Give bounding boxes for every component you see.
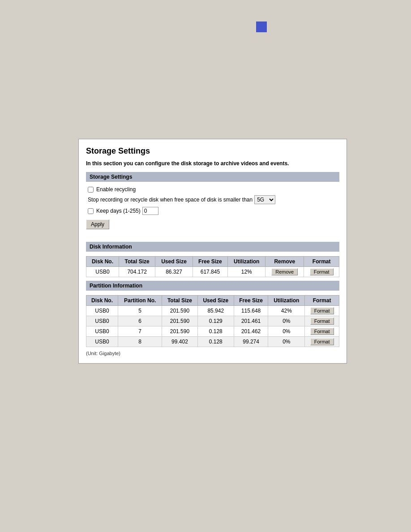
blue-square-indicator <box>256 21 267 32</box>
part-row-disk-no: USB0 <box>86 337 118 347</box>
part-row-free-size: 115.648 <box>234 306 268 316</box>
disk-row-remove-cell: Remove <box>265 267 304 277</box>
partition-format-button[interactable]: Format <box>310 317 334 325</box>
part-col-partition-no: Partition No. <box>118 296 162 306</box>
page-title: Storage Settings <box>86 146 339 156</box>
storage-settings-section: Storage Settings Enable recycling Stop r… <box>86 172 339 235</box>
disk-row-free-size: 617.845 <box>193 267 228 277</box>
disk-col-format: Format <box>304 257 339 267</box>
partition-format-button[interactable]: Format <box>310 338 334 345</box>
part-row-utilization: 42% <box>268 306 305 316</box>
part-row-free-size: 201.462 <box>234 326 268 337</box>
disk-table: Disk No. Total Size Used Size Free Size … <box>86 256 339 277</box>
part-row-free-size: 201.461 <box>234 316 268 326</box>
part-row-partition-no: 6 <box>118 316 162 326</box>
part-row-utilization: 0% <box>268 337 305 347</box>
part-row-partition-no: 7 <box>118 326 162 337</box>
part-row-disk-no: USB0 <box>86 326 118 337</box>
apply-button[interactable]: Apply <box>86 219 109 229</box>
part-row-partition-no: 8 <box>118 337 162 347</box>
partition-table-row: USB0 6 201.590 0.129 201.461 0% Format <box>86 316 339 326</box>
partition-table: Disk No. Partition No. Total Size Used S… <box>86 295 339 347</box>
keep-days-row: Keep days (1-255) <box>86 207 339 215</box>
page-description: In this section you can configure the di… <box>86 160 339 167</box>
part-row-total-size: 201.590 <box>162 316 197 326</box>
disk-row-total-size: 704.172 <box>119 267 155 277</box>
part-row-format-cell: Format <box>305 337 339 347</box>
part-col-total-size: Total Size <box>162 296 197 306</box>
part-col-disk-no: Disk No. <box>86 296 118 306</box>
part-row-used-size: 85.942 <box>197 306 234 316</box>
disk-row-used-size: 86.327 <box>155 267 193 277</box>
disk-col-utilization: Utilization <box>228 257 265 267</box>
part-row-used-size: 0.129 <box>197 316 234 326</box>
part-row-utilization: 0% <box>268 326 305 337</box>
keep-days-label: Keep days (1-255) <box>96 208 141 214</box>
storage-settings-header: Storage Settings <box>86 172 339 182</box>
recycle-threshold-select[interactable]: 1G 2G 3G 4G 5G 10G 20G <box>254 195 275 204</box>
disk-row-utilization: 12% <box>228 267 265 277</box>
enable-recycling-checkbox[interactable] <box>88 187 94 193</box>
disk-col-remove: Remove <box>265 257 304 267</box>
disk-information-section: Disk Information Disk No. Total Size Use… <box>86 242 339 277</box>
part-row-used-size: 0.128 <box>197 337 234 347</box>
partition-table-row: USB0 5 201.590 85.942 115.648 42% Format <box>86 306 339 316</box>
part-col-used-size: Used Size <box>197 296 234 306</box>
part-row-total-size: 201.590 <box>162 326 197 337</box>
disk-col-total-size: Total Size <box>119 257 155 267</box>
part-row-total-size: 201.590 <box>162 306 197 316</box>
partition-information-header: Partition Information <box>86 281 339 291</box>
recycle-text-before: Stop recording or recycle disk when free… <box>88 197 253 203</box>
disk-row-disk-no: USB0 <box>86 267 119 277</box>
disk-col-used-size: Used Size <box>155 257 193 267</box>
part-row-used-size: 0.128 <box>197 326 234 337</box>
part-row-format-cell: Format <box>305 316 339 326</box>
part-row-free-size: 99.274 <box>234 337 268 347</box>
disk-col-disk-no: Disk No. <box>86 257 119 267</box>
part-row-disk-no: USB0 <box>86 306 118 316</box>
part-row-partition-no: 5 <box>118 306 162 316</box>
part-row-disk-no: USB0 <box>86 316 118 326</box>
disk-table-row: USB0 704.172 86.327 617.845 12% Remove F… <box>86 267 339 277</box>
enable-recycling-label: Enable recycling <box>96 186 136 193</box>
disk-col-free-size: Free Size <box>193 257 228 267</box>
storage-settings-panel: Storage Settings In this section you can… <box>78 139 347 364</box>
part-row-format-cell: Format <box>305 326 339 337</box>
partition-format-button[interactable]: Format <box>310 307 334 314</box>
disk-information-header: Disk Information <box>86 242 339 252</box>
unit-note: (Unit: Gigabyte) <box>86 351 339 356</box>
partition-format-button[interactable]: Format <box>310 328 334 335</box>
disk-row-format-cell: Format <box>304 267 339 277</box>
remove-button[interactable]: Remove <box>271 268 298 275</box>
part-row-total-size: 99.402 <box>162 337 197 347</box>
keep-days-input[interactable] <box>142 207 158 215</box>
partition-information-section: Partition Information Disk No. Partition… <box>86 281 339 347</box>
enable-recycling-row: Enable recycling <box>86 186 339 193</box>
part-col-format: Format <box>305 296 339 306</box>
partition-table-row: USB0 8 99.402 0.128 99.274 0% Format <box>86 337 339 347</box>
partition-table-row: USB0 7 201.590 0.128 201.462 0% Format <box>86 326 339 337</box>
format-button[interactable]: Format <box>310 268 334 275</box>
part-row-format-cell: Format <box>305 306 339 316</box>
part-row-utilization: 0% <box>268 316 305 326</box>
recycle-threshold-row: Stop recording or recycle disk when free… <box>86 195 339 204</box>
part-col-utilization: Utilization <box>268 296 305 306</box>
keep-days-checkbox[interactable] <box>88 208 94 214</box>
part-col-free-size: Free Size <box>234 296 268 306</box>
